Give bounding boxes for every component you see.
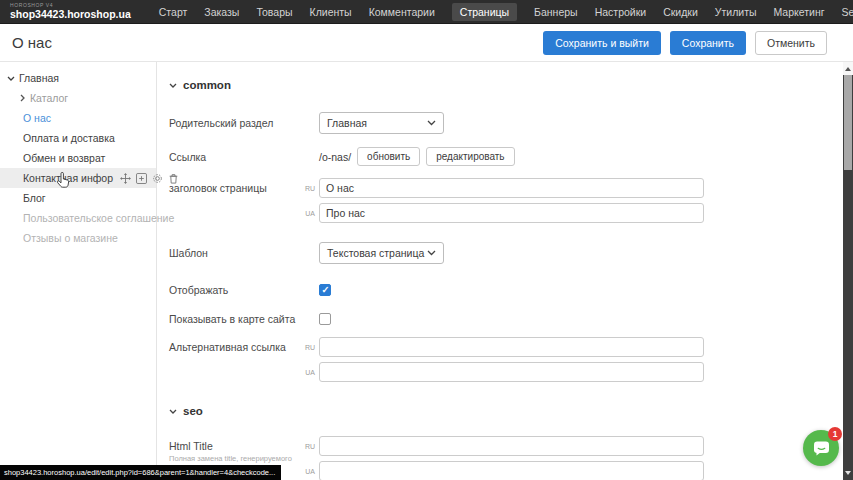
html-title-ru-input[interactable] bbox=[319, 436, 704, 456]
nav-item-start[interactable]: Старт bbox=[159, 3, 188, 21]
pages-tree-sidebar: Главная Каталог О нас Оплата и доставка … bbox=[0, 62, 157, 480]
tree-item-label: Обмен и возврат bbox=[23, 152, 105, 164]
field-label: заголовок страницы bbox=[169, 178, 301, 194]
link-content: /o-nas/ обновить редактировать bbox=[319, 147, 515, 166]
tree-item-payment-delivery[interactable]: Оплата и доставка bbox=[0, 128, 156, 148]
html-title-label: Html Title bbox=[169, 440, 213, 452]
alt-link-ru-input[interactable] bbox=[319, 337, 704, 357]
nav-item-banners[interactable]: Баннеры bbox=[534, 3, 578, 21]
chevron-down-icon[interactable] bbox=[6, 76, 16, 81]
page-title: О нас bbox=[12, 34, 52, 51]
nav-item-marketing[interactable]: Маркетинг bbox=[774, 3, 825, 21]
top-navbar: HOROSHOP V4 shop34423.horoshop.ua Старт … bbox=[0, 0, 853, 24]
chevron-down-icon bbox=[427, 120, 436, 126]
tree-item-about-us[interactable]: О нас bbox=[0, 108, 156, 128]
field-label: Шаблон bbox=[169, 247, 301, 259]
page-edit-form: common Родительский раздел Главная Ссылк… bbox=[157, 62, 853, 480]
field-label: Html Title Полная замена title, генериру… bbox=[169, 436, 301, 463]
page-header: О нас Сохранить и выйти Сохранить Отмени… bbox=[0, 24, 853, 62]
nav-item-discounts[interactable]: Скидки bbox=[663, 3, 698, 21]
page-title-ru-input[interactable] bbox=[319, 178, 704, 198]
nav-item-settings[interactable]: Настройки bbox=[595, 3, 647, 21]
tree-item-home[interactable]: Главная bbox=[0, 68, 156, 88]
parent-section-select[interactable]: Главная bbox=[319, 112, 444, 134]
display-checkbox[interactable] bbox=[319, 284, 331, 296]
scrollbar-down-arrow[interactable] bbox=[843, 467, 853, 478]
field-alt-link: Альтернативная ссылка RU UA bbox=[169, 337, 853, 382]
nav-item-utilities[interactable]: Утилиты bbox=[715, 3, 757, 21]
chat-bubble-icon bbox=[812, 439, 831, 457]
scrollbar-up-arrow[interactable] bbox=[843, 62, 853, 75]
nav-item-pages[interactable]: Страницы bbox=[452, 3, 517, 21]
content-area: Главная Каталог О нас Оплата и доставка … bbox=[0, 62, 853, 480]
save-and-exit-button[interactable]: Сохранить и выйти bbox=[543, 31, 661, 55]
link-edit-button[interactable]: редактировать bbox=[426, 147, 514, 166]
add-page-icon[interactable] bbox=[135, 172, 147, 184]
field-show-in-sitemap: Показывать в карте сайта bbox=[169, 313, 853, 325]
lang-label-ru: RU bbox=[301, 344, 315, 351]
tree-item-label: Блог bbox=[23, 192, 46, 204]
section-common[interactable]: common bbox=[169, 78, 853, 92]
select-value: Главная bbox=[327, 117, 427, 129]
horoshop-logo[interactable]: HOROSHOP V4 shop34423.horoshop.ua bbox=[10, 3, 131, 20]
tree-item-label: О нас bbox=[23, 112, 51, 124]
field-link: Ссылка /o-nas/ обновить редактировать bbox=[169, 147, 853, 166]
html-title-ua-input[interactable] bbox=[319, 461, 704, 480]
sitemap-checkbox[interactable] bbox=[319, 313, 331, 325]
tree-item-label: Оплата и доставка bbox=[23, 132, 115, 144]
lang-label-ru: RU bbox=[301, 185, 315, 192]
header-actions: Сохранить и выйти Сохранить Отменить bbox=[543, 31, 827, 55]
field-label: Отображать bbox=[169, 284, 301, 296]
section-seo-title: seo bbox=[183, 405, 203, 417]
tree-item-store-reviews[interactable]: Отзывы о магазине bbox=[0, 228, 156, 248]
nav-item-seo[interactable]: Seo bbox=[842, 3, 853, 21]
scrollbar-thumb[interactable] bbox=[844, 75, 852, 170]
tree-item-label: Пользовательское соглашение bbox=[23, 212, 174, 224]
tree-item-user-agreement[interactable]: Пользовательское соглашение bbox=[0, 208, 156, 228]
vertical-scrollbar[interactable] bbox=[843, 62, 853, 480]
chevron-down-icon bbox=[169, 83, 177, 88]
nav-item-orders[interactable]: Заказы bbox=[204, 3, 239, 21]
tree-item-exchange-return[interactable]: Обмен и возврат bbox=[0, 148, 156, 168]
tree-item-contact-info[interactable]: Контактная инфор bbox=[0, 168, 156, 188]
tree-item-catalog[interactable]: Каталог bbox=[0, 88, 156, 108]
nav-item-clients[interactable]: Клиенты bbox=[310, 3, 352, 21]
field-parent-section: Родительский раздел Главная bbox=[169, 112, 853, 134]
tree-item-label: Главная bbox=[19, 72, 59, 84]
section-common-title: common bbox=[183, 79, 231, 91]
main-menu: Старт Заказы Товары Клиенты Комментарии … bbox=[159, 3, 853, 21]
html-title-hint: Полная замена title, генерируемого bbox=[169, 454, 301, 463]
chat-widget-button[interactable]: 1 bbox=[803, 430, 839, 466]
page-title-ua-input[interactable] bbox=[319, 203, 704, 223]
nav-item-comments[interactable]: Комментарии bbox=[369, 3, 435, 21]
cancel-button[interactable]: Отменить bbox=[755, 31, 827, 55]
nav-item-products[interactable]: Товары bbox=[256, 3, 292, 21]
move-icon[interactable] bbox=[119, 172, 131, 184]
template-select[interactable]: Текстовая страница bbox=[319, 242, 444, 264]
lang-label-ua: UA bbox=[301, 468, 315, 475]
tree-item-label: Каталог bbox=[30, 92, 68, 104]
tree-item-label: Контактная инфор bbox=[23, 172, 113, 184]
field-template: Шаблон Текстовая страница bbox=[169, 242, 853, 264]
chat-unread-badge: 1 bbox=[828, 427, 842, 441]
lang-label-ru: RU bbox=[301, 443, 315, 450]
section-seo[interactable]: seo bbox=[169, 404, 853, 418]
field-page-title: заголовок страницы RU UA bbox=[169, 178, 853, 223]
field-label: Показывать в карте сайта bbox=[169, 313, 301, 325]
lang-label-ua: UA bbox=[301, 210, 315, 217]
lang-label-ua: UA bbox=[301, 369, 315, 376]
link-update-button[interactable]: обновить bbox=[357, 147, 420, 166]
field-label: Ссылка bbox=[169, 151, 301, 163]
field-label: Альтернативная ссылка bbox=[169, 337, 301, 353]
logo-domain: shop34423.horoshop.ua bbox=[10, 9, 131, 20]
tree-item-label: Отзывы о магазине bbox=[23, 232, 118, 244]
alt-link-ua-input[interactable] bbox=[319, 362, 704, 382]
link-path-value: /o-nas/ bbox=[319, 151, 351, 163]
chevron-down-icon bbox=[169, 409, 177, 414]
select-value: Текстовая страница bbox=[327, 247, 427, 259]
save-button[interactable]: Сохранить bbox=[670, 31, 746, 55]
chevron-right-icon[interactable] bbox=[17, 94, 27, 102]
browser-status-url: shop34423.horoshop.ua/edit/edit.php?id=6… bbox=[0, 465, 281, 480]
field-label: Родительский раздел bbox=[169, 117, 301, 129]
tree-item-blog[interactable]: Блог bbox=[0, 188, 156, 208]
